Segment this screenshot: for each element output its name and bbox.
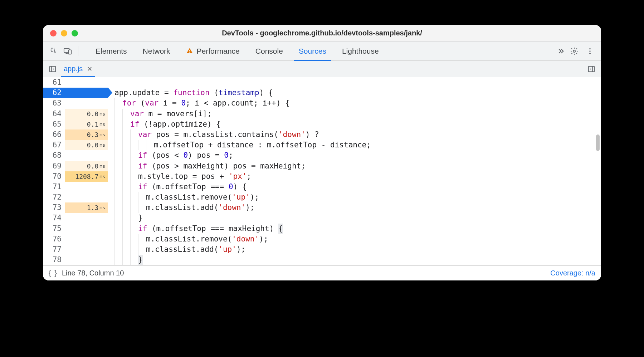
code-editor[interactable]: 616263640.0ms650.1ms660.3ms670.0ms68690.… [43,77,601,265]
line-timing: 0.3ms [65,129,108,140]
gutter-row[interactable]: 77 [43,244,108,255]
code-line[interactable]: m.classList.add('up'); [108,244,601,255]
tab-network[interactable]: Network [135,41,178,61]
code-area[interactable]: app.update = function (timestamp) {for (… [108,77,601,265]
kebab-menu-icon[interactable] [584,45,596,57]
line-number: 73 [43,202,65,213]
line-timing [65,244,108,255]
line-number: 74 [43,213,65,223]
tab-label: Lighthouse [342,47,379,55]
toolbar-divider [78,46,78,56]
tab-sources[interactable]: Sources [291,41,334,61]
code-line[interactable]: for (var i = 0; i < app.count; i++) { [108,98,601,108]
line-timing: 0.1ms [65,119,108,129]
code-line[interactable]: m.offsetTop + distance : m.offsetTop - d… [108,140,601,150]
line-timing [65,192,108,202]
code-line[interactable]: m.classList.add('down'); [108,202,601,213]
gutter-row[interactable]: 68 [43,150,108,161]
tab-elements[interactable]: Elements [88,41,135,61]
line-number: 68 [43,150,65,161]
line-number: 65 [43,119,65,129]
gutter-row[interactable]: 71 [43,182,108,192]
code-line[interactable] [108,77,601,88]
more-tabs-icon[interactable] [555,45,567,57]
file-tab-app-js[interactable]: app.js ✕ [59,61,97,77]
tab-console[interactable]: Console [248,41,291,61]
code-line[interactable]: if (!app.optimize) { [108,119,601,129]
code-line[interactable]: if (m.offsetTop === 0) { [108,182,601,192]
zoom-window-button[interactable] [72,30,78,36]
code-line[interactable]: var m = movers[i]; [108,109,601,119]
close-window-button[interactable] [50,30,57,36]
inspect-element-icon[interactable] [48,45,60,57]
gutter-row[interactable]: 61 [43,77,108,88]
main-toolbar: ElementsNetworkPerformanceConsoleSources… [43,41,601,61]
code-line[interactable]: app.update = function (timestamp) { [108,88,601,98]
tab-performance[interactable]: Performance [178,41,248,61]
devtools-window: DevTools - googlechrome.github.io/devtoo… [43,25,601,280]
line-timing [65,234,108,244]
tab-lighthouse[interactable]: Lighthouse [334,41,387,61]
gutter-row[interactable]: 74 [43,213,108,223]
line-timing [65,150,108,161]
svg-rect-11 [589,66,595,72]
svg-rect-2 [69,50,71,54]
cursor-position: Line 78, Column 10 [62,269,124,277]
gutter-row[interactable]: 690.0ms [43,161,108,171]
gutter-row[interactable]: 63 [43,98,108,108]
line-number: 70 [43,171,65,182]
svg-rect-9 [50,66,56,72]
code-line[interactable]: } [108,213,601,223]
line-timing [65,255,108,265]
show-debugger-icon[interactable] [585,63,597,75]
line-timing: 0.0ms [65,109,108,119]
close-tab-icon[interactable]: ✕ [87,65,92,73]
code-line[interactable]: if (pos < 0) pos = 0; [108,150,601,161]
show-navigator-icon[interactable] [47,63,59,75]
gutter-row[interactable]: 78 [43,255,108,265]
gutter-row[interactable]: 640.0ms [43,109,108,119]
gutter-row[interactable]: 650.1ms [43,119,108,129]
svg-point-6 [589,48,591,49]
svg-point-5 [573,50,575,52]
tab-label: Performance [197,47,240,55]
gutter-row[interactable]: 76 [43,234,108,244]
line-number: 76 [43,234,65,244]
line-timing [65,77,108,88]
code-line[interactable]: if (m.offsetTop === maxHeight) { [108,224,601,234]
code-line[interactable]: m.classList.remove('up'); [108,192,601,202]
line-timing [65,224,108,234]
pretty-print-icon[interactable]: { } [49,269,58,277]
minimize-window-button[interactable] [61,30,67,36]
tab-label: Sources [299,47,326,55]
line-timing: 1208.7ms [65,171,108,182]
code-line[interactable]: m.classList.remove('down'); [108,234,601,244]
gutter-row[interactable]: 670.0ms [43,140,108,150]
window-title: DevTools - googlechrome.github.io/devtoo… [43,29,601,37]
tab-label: Network [143,47,170,55]
gutter-row[interactable]: 731.3ms [43,202,108,213]
code-line[interactable]: m.style.top = pos + 'px'; [108,171,601,182]
line-number: 77 [43,244,65,255]
settings-icon[interactable] [568,45,580,57]
line-number: 66 [43,129,65,140]
file-tab-label: app.js [64,65,83,73]
code-line[interactable]: } [108,255,601,265]
scrollbar-thumb[interactable] [596,135,600,151]
gutter[interactable]: 616263640.0ms650.1ms660.3ms670.0ms68690.… [43,77,108,265]
gutter-row[interactable]: 62 [43,88,108,98]
coverage-link[interactable]: Coverage: n/a [550,269,595,277]
tab-label: Console [255,47,283,55]
line-number: 62 [43,88,65,98]
line-timing [65,182,108,192]
gutter-row[interactable]: 75 [43,224,108,234]
gutter-row[interactable]: 72 [43,192,108,202]
code-line[interactable]: var pos = m.classList.contains('down') ? [108,129,601,140]
code-line[interactable]: if (pos > maxHeight) pos = maxHeight; [108,161,601,171]
line-number: 75 [43,224,65,234]
svg-rect-4 [189,52,190,53]
device-toolbar-icon[interactable] [62,45,74,57]
gutter-row[interactable]: 701208.7ms [43,171,108,182]
gutter-row[interactable]: 660.3ms [43,129,108,140]
statusbar: { } Line 78, Column 10 Coverage: n/a [43,265,601,280]
